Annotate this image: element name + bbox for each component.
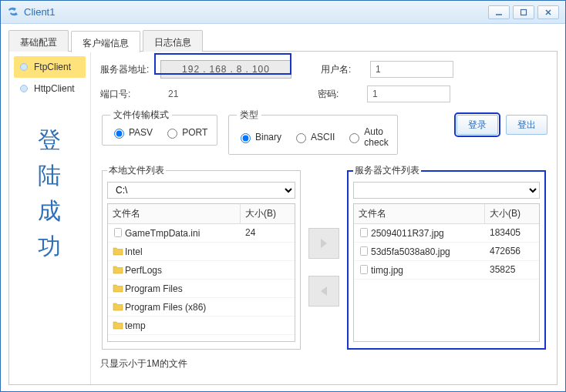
upload-arrow-button[interactable] (308, 228, 339, 259)
file-row[interactable]: PerfLogs (108, 261, 295, 280)
server-files-legend: 服务器文件列表 (353, 164, 421, 177)
tab-日志信息[interactable]: 日志信息 (143, 30, 203, 52)
download-arrow-button[interactable] (308, 276, 339, 307)
file-row[interactable]: Intel (108, 243, 295, 261)
logout-button[interactable]: 登出 (506, 115, 547, 135)
bullet-icon (20, 85, 28, 92)
folder-icon (113, 246, 123, 256)
port-input[interactable] (163, 85, 210, 102)
bullet-icon (20, 63, 28, 71)
footer-note: 只显示小于1M的文件 (100, 357, 547, 370)
file-icon (359, 227, 369, 238)
mode-radio-port[interactable]: PORT (163, 126, 207, 139)
file-row[interactable]: 53d5fa5038a80.jpg472656 (354, 243, 539, 261)
file-row[interactable]: 25094011R37.jpg183405 (354, 224, 539, 243)
file-row[interactable]: Program Files (x86) (108, 298, 295, 317)
password-input[interactable] (367, 85, 450, 102)
tab-基础配置[interactable]: 基础配置 (8, 30, 69, 52)
server-path-combo[interactable] (353, 182, 540, 199)
server-files-group: 服务器文件列表 文件名 大小(B) 25094011R37.jpg1834055… (347, 164, 546, 350)
column-size[interactable]: 大小(B) (485, 204, 539, 223)
folder-icon (113, 283, 123, 293)
svg-rect-6 (361, 247, 368, 256)
port-label: 端口号: (100, 88, 160, 101)
folder-icon (113, 320, 123, 330)
protocol-item-httpclient[interactable]: HttpClient (14, 78, 86, 99)
local-files-legend: 本地文件列表 (107, 164, 166, 177)
app-window: Client1 基础配置客户端信息日志信息 FtpClientHttpClien… (0, 0, 566, 392)
file-row[interactable]: GameTmpData.ini24 (108, 224, 295, 243)
file-row[interactable]: temp (108, 317, 295, 335)
svg-rect-4 (115, 229, 122, 237)
column-filename[interactable]: 文件名 (108, 204, 241, 223)
username-label: 用户名: (321, 63, 370, 76)
tab-strip: 基础配置客户端信息日志信息 (8, 30, 558, 52)
password-label: 密码: (318, 88, 367, 101)
close-button[interactable] (537, 5, 559, 19)
column-size[interactable]: 大小(B) (241, 204, 295, 223)
tab-客户端信息[interactable]: 客户端信息 (71, 31, 140, 52)
highlight-server-ip (154, 53, 291, 75)
type-legend: 类型 (237, 109, 261, 122)
protocol-sidebar: FtpClientHttpClient 登陆成功 (9, 52, 91, 384)
local-files-group: 本地文件列表 C:\ 文件名 大小(B) GameTmpData.ini24In… (102, 164, 301, 350)
column-filename[interactable]: 文件名 (354, 204, 485, 223)
login-button[interactable]: 登录 (457, 115, 498, 135)
type-radio-ascii[interactable]: ASCII (292, 131, 335, 143)
file-icon (359, 264, 369, 275)
app-icon (7, 6, 19, 18)
server-file-list[interactable]: 文件名 大小(B) 25094011R37.jpg18340553d5fa503… (353, 203, 540, 342)
mode-radio-pasv[interactable]: PASV (110, 126, 153, 139)
protocol-item-ftpclient[interactable]: FtpClient (14, 56, 86, 78)
file-icon (359, 246, 369, 256)
file-icon (113, 227, 123, 238)
folder-icon (113, 301, 123, 312)
maximize-button[interactable] (513, 5, 534, 19)
file-row[interactable]: timg.jpg35825 (354, 261, 539, 280)
minimize-button[interactable] (488, 5, 510, 19)
window-title: Client1 (24, 6, 55, 18)
username-input[interactable] (370, 61, 453, 78)
login-status-text: 登陆成功 (14, 122, 86, 264)
type-radio-auto-check[interactable]: Auto check (345, 126, 389, 148)
main-panel: 服务器地址: 192. 168. 8. 100 用户名: 端口号: 密码: (91, 52, 557, 384)
svg-rect-5 (361, 229, 368, 237)
svg-rect-7 (361, 266, 368, 274)
file-row[interactable]: Program Files (108, 280, 295, 298)
local-path-combo[interactable]: C:\ (107, 182, 295, 199)
transfer-mode-legend: 文件传输模式 (110, 109, 172, 122)
transfer-mode-group: 文件传输模式 PASVPORT (102, 109, 217, 146)
type-radio-binary[interactable]: Binary (237, 131, 281, 143)
local-file-list[interactable]: 文件名 大小(B) GameTmpData.ini24IntelPerfLogs… (107, 203, 295, 342)
titlebar: Client1 (1, 1, 565, 24)
svg-rect-1 (521, 9, 527, 15)
type-group: 类型 BinaryASCIIAuto check (228, 109, 398, 155)
folder-icon (113, 264, 123, 275)
server-address-label: 服务器地址: (100, 63, 160, 76)
